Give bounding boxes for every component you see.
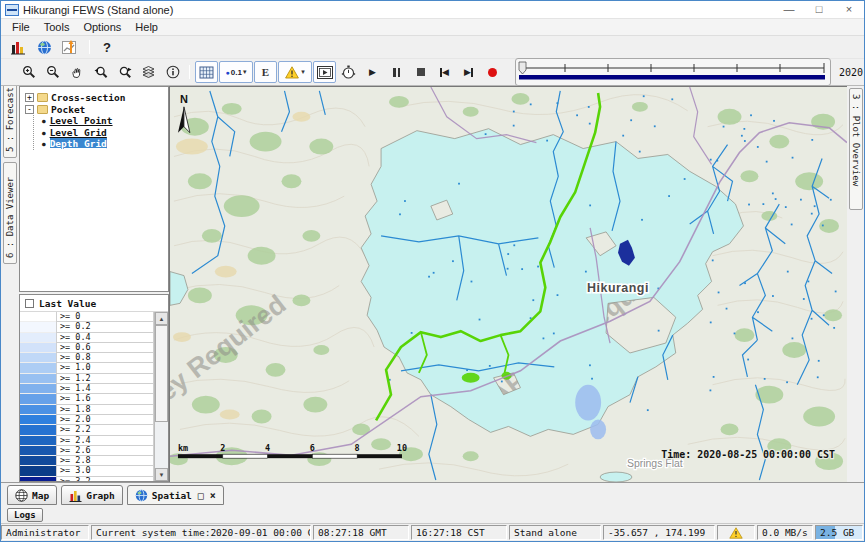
thresholds-dropdown[interactable]: ▾ [278, 61, 312, 83]
zoom-in-button[interactable] [17, 61, 40, 83]
legend-color-swatch [20, 466, 56, 476]
scale-tick-label: 2 [220, 443, 225, 453]
legend-row[interactable]: >= 3.2 [20, 477, 154, 481]
panel-close-icon[interactable]: × [210, 490, 216, 501]
contour-interval-value: 0.1 [231, 68, 242, 77]
collapse-icon[interactable]: - [25, 105, 34, 114]
legend-color-swatch [20, 425, 56, 435]
scroll-up-icon[interactable]: ▲ [155, 312, 168, 325]
warning-icon [285, 66, 300, 79]
tree-node-label[interactable]: Level Point [50, 115, 113, 126]
info-icon [166, 65, 180, 79]
north-label: N [180, 93, 188, 105]
tree-node-level-point[interactable]: ● Level Point [34, 115, 168, 127]
zoom-next-icon [118, 65, 132, 79]
tab-data-viewer[interactable]: 6 : Data Viewer [3, 162, 17, 264]
stop-button[interactable] [409, 61, 432, 83]
menu-item-file[interactable]: File [5, 21, 37, 33]
play-button[interactable]: ▶ [361, 61, 384, 83]
scroll-down-icon[interactable]: ▼ [155, 468, 168, 481]
tab-graph[interactable]: Graph [61, 485, 123, 505]
tree-node-cross-section[interactable]: + Cross-section [20, 92, 168, 104]
time-span-bar [519, 75, 825, 80]
globe-icon [135, 489, 148, 502]
tab-graph-label: Graph [86, 490, 115, 501]
app-logo-icon [5, 4, 19, 16]
tree-node-pocket[interactable]: - Pocket [20, 104, 168, 116]
tab-map-label: Map [32, 490, 49, 501]
legend-color-swatch [20, 477, 56, 481]
tab-spatial[interactable]: Spatial □ × [127, 485, 224, 505]
go-to-end-button[interactable]: ▶ [457, 61, 480, 83]
tab-plot-overview[interactable]: 3 : Plot Overview [849, 88, 863, 210]
tree-node-label[interactable]: Cross-section [51, 92, 125, 103]
help-button[interactable]: ? [98, 40, 116, 55]
legend-toggle-button[interactable]: E [254, 61, 277, 83]
panel-maximize-icon[interactable]: □ [198, 490, 204, 501]
scroll-track[interactable] [155, 325, 168, 468]
legend-color-swatch [20, 405, 56, 415]
zoom-previous-button[interactable] [89, 61, 112, 83]
rating-curve-button[interactable] [59, 38, 81, 57]
pan-button[interactable] [65, 61, 88, 83]
layer-tree: + Cross-section - Pocket ● Level Point ● [19, 86, 169, 292]
scroll-thumb[interactable] [155, 325, 168, 422]
close-button[interactable]: × [834, 1, 864, 18]
legend-color-swatch [20, 353, 56, 363]
database-button[interactable] [7, 38, 29, 57]
leaf-bullet-icon: ● [42, 140, 46, 147]
tree-node-label[interactable]: Level Grid [50, 127, 107, 138]
menu-item-tools[interactable]: Tools [37, 21, 77, 33]
step-back-icon: ◀ [442, 67, 449, 77]
record-button[interactable] [481, 61, 504, 83]
animation-button[interactable] [313, 61, 336, 83]
go-to-start-button[interactable]: ◀ [433, 61, 456, 83]
expand-icon[interactable]: + [25, 93, 34, 102]
grid-display-button[interactable] [195, 61, 218, 83]
status-coordinates: -35.657 , 174.199 [603, 525, 715, 540]
tab-map[interactable]: Map [7, 485, 57, 505]
info-button[interactable] [161, 61, 184, 83]
time-slider[interactable] [515, 58, 831, 86]
scale-unit-label: km [178, 443, 188, 453]
timer-settings-button[interactable] [337, 61, 360, 83]
current-time-label: 2020-08-25 00:00:00 CST [839, 67, 865, 78]
tree-node-level-grid[interactable]: ● Level Grid [34, 127, 168, 139]
map-canvas[interactable]: API Key Required API Key Required [170, 87, 847, 482]
map-display-button[interactable] [33, 38, 55, 57]
maximize-button[interactable]: □ [804, 1, 834, 18]
zoom-out-button[interactable] [41, 61, 64, 83]
menu-item-options[interactable]: Options [76, 21, 128, 33]
tree-node-label-selected[interactable]: Depth Grid [50, 138, 107, 149]
pause-button[interactable] [385, 61, 408, 83]
legend-color-swatch [20, 394, 56, 404]
map-panel: API Key Required API Key Required [169, 86, 847, 482]
contour-interval-dropdown[interactable]: ● 0.1 ▾ [219, 61, 253, 83]
legend-scrollbar[interactable]: ▲ ▼ [154, 312, 168, 481]
legend-body: >= 0>= 0.2>= 0.4>= 0.6>= 0.8>= 1.0>= 1.2… [20, 312, 168, 481]
logs-row: Logs [1, 506, 864, 523]
record-icon [488, 68, 497, 77]
legend-color-swatch [20, 415, 56, 425]
zoom-next-button[interactable] [113, 61, 136, 83]
layers-button[interactable] [137, 61, 160, 83]
tree-node-label[interactable]: Pocket [51, 104, 85, 115]
time-slider-thumb[interactable] [519, 62, 526, 74]
zoom-previous-icon [94, 65, 108, 79]
right-tab-strip: 3 : Plot Overview [847, 86, 864, 482]
tab-forecast[interactable]: 5 : Forecast [3, 86, 17, 158]
legend-panel: Last Value >= 0>= 0.2>= 0.4>= 0.6>= 0.8>… [19, 294, 169, 482]
scale-tick-label: 10 [397, 443, 407, 453]
bottom-tab-bar: Map Graph Spatial □ × [1, 482, 864, 506]
legend-color-swatch [20, 333, 56, 343]
last-value-checkbox[interactable] [25, 299, 34, 308]
main-area: 5 : Forecast 6 : Data Viewer + Cross-sec… [1, 86, 864, 482]
title-bar: Hikurangi FEWS (Stand alone) — □ × [1, 1, 864, 19]
logs-button[interactable]: Logs [7, 508, 43, 522]
chart-arrow-icon [62, 40, 78, 55]
menu-item-help[interactable]: Help [128, 21, 165, 33]
minimize-button[interactable]: — [774, 1, 804, 18]
tree-node-depth-grid[interactable]: ● Depth Grid [34, 138, 168, 150]
tab-spatial-label: Spatial [152, 490, 192, 501]
status-warning-cell[interactable] [717, 525, 755, 540]
